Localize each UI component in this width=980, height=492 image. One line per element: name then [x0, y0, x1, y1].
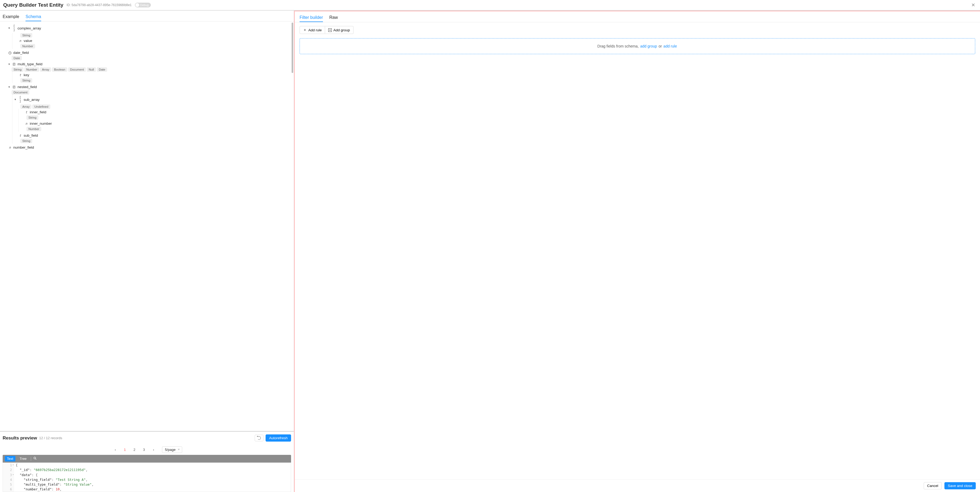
tab-raw[interactable]: Raw [329, 14, 338, 22]
page-size-select[interactable]: 5/page [162, 446, 182, 453]
schema-field-sub-array[interactable]: ▼ [ ] sub_array [13, 95, 294, 104]
add-group-button[interactable]: + Add group [325, 26, 353, 34]
schema-field-sub-field[interactable]: t sub_field [13, 133, 294, 138]
type-tag: String [12, 67, 23, 71]
type-tag: Document [68, 67, 86, 71]
page-3[interactable]: 3 [140, 446, 148, 453]
code-view: 1▾{ 2 "_id": "6697b25ba228172e1211195d",… [3, 463, 291, 492]
save-button[interactable]: Save and close [944, 482, 976, 489]
schema-field-value[interactable]: n value [13, 38, 294, 43]
schema-field-multi-type-field[interactable]: ▼ multi_type_field [7, 61, 294, 67]
filter-drop-zone[interactable]: Drag fields from schema, add group or ad… [299, 38, 975, 54]
results-header: Results preview 12 / 12 records Autorefr… [0, 431, 294, 444]
search-icon[interactable] [33, 456, 37, 461]
type-tag: Number [21, 44, 35, 48]
tab-schema[interactable]: Schema [25, 13, 41, 21]
scrollbar[interactable] [292, 22, 293, 73]
filter-builder-body: ＋ Add rule + Add group Drag fields from … [295, 22, 980, 479]
number-icon: n [8, 146, 12, 149]
type-tag: String [21, 139, 32, 143]
type-tag: Number [24, 67, 39, 71]
add-rule-link[interactable]: add rule [663, 44, 677, 48]
type-tag: Date [97, 67, 107, 71]
text-icon: t [18, 73, 22, 77]
reload-icon [257, 436, 261, 440]
clock-icon [8, 51, 12, 55]
chevron-down-icon: ▼ [8, 27, 11, 29]
chevron-down-icon: ▼ [14, 98, 17, 101]
debug-toggle[interactable]: Debug [135, 3, 151, 8]
tab-example[interactable]: Example [3, 13, 19, 21]
type-tag: Array [40, 67, 51, 71]
plus-icon: ＋ [303, 28, 307, 32]
tab-filter-builder[interactable]: Filter builder [299, 14, 323, 22]
array-icon: [ ] [18, 96, 22, 103]
left-tabs: Example Schema [0, 11, 294, 22]
svg-point-3 [34, 457, 36, 459]
pagination: ‹ 1 2 3 › 5/page [0, 444, 294, 455]
schema-field-date-field[interactable]: date_field [7, 50, 294, 56]
type-tag: Null [87, 67, 96, 71]
add-rule-button[interactable]: ＋ Add rule [299, 26, 325, 34]
document-icon [12, 62, 16, 66]
next-page-button[interactable]: › [150, 446, 157, 453]
footer: Cancel Save and close [295, 479, 980, 492]
schema-field-inner-field[interactable]: t inner_field [19, 110, 294, 115]
text-icon: t [18, 134, 22, 138]
code-toolbar: Text Tree [3, 455, 291, 463]
number-icon: n [24, 122, 28, 125]
page-2[interactable]: 2 [130, 446, 138, 453]
results-count: 12 / 12 records [39, 436, 62, 440]
schema-field-inner-number[interactable]: n inner_number [19, 121, 294, 126]
autorefresh-button[interactable]: Autorefresh [266, 435, 291, 441]
chevron-down-icon: ▼ [8, 63, 11, 65]
prev-page-button[interactable]: ‹ [111, 446, 119, 453]
schema-field-nested-field[interactable]: ▼ nested_field [7, 84, 294, 90]
text-icon: t [24, 110, 28, 114]
results-title: Results preview [3, 435, 37, 441]
type-tag: Number [27, 127, 41, 131]
schema-field-complex-array[interactable]: ▼ [ ] complex_array [7, 24, 294, 33]
chevron-down-icon: ▼ [8, 86, 11, 88]
array-icon: [ ] [12, 24, 16, 32]
type-tag: String [21, 78, 32, 83]
type-tag: Undefined [32, 105, 50, 109]
page-1[interactable]: 1 [121, 446, 129, 453]
number-icon: n [18, 39, 22, 43]
document-icon [12, 85, 16, 89]
type-tag: Boolean [52, 67, 67, 71]
type-tag: Array [21, 105, 31, 109]
plus-square-icon: + [328, 29, 332, 32]
type-tag: Document [12, 90, 29, 94]
cancel-button[interactable]: Cancel [924, 482, 942, 489]
entity-id: ID: 5da78798-ab28-4437-895e-7615966fd8e1 [67, 3, 132, 7]
schema-field-number-field[interactable]: n number_field [7, 144, 294, 150]
page-title: Query Builder Test Entity [3, 2, 64, 8]
schema-tree: ▼ [ ] complex_array String n value Numbe… [0, 22, 294, 431]
schema-field-key[interactable]: t key [13, 72, 294, 78]
type-tag: String [21, 33, 32, 37]
code-tab-tree[interactable]: Tree [18, 456, 29, 462]
type-tag: String [27, 116, 38, 120]
right-tabs: Filter builder Raw [295, 11, 980, 22]
type-tag: Date [12, 56, 22, 60]
code-tab-text[interactable]: Text [5, 456, 15, 462]
titlebar: Query Builder Test Entity ID: 5da78798-a… [0, 0, 980, 11]
drop-hint: Drag fields from schema, add group or ad… [597, 44, 677, 48]
add-group-link[interactable]: add group [640, 44, 657, 48]
close-icon[interactable]: ✕ [970, 2, 977, 8]
refresh-button[interactable] [255, 435, 264, 441]
